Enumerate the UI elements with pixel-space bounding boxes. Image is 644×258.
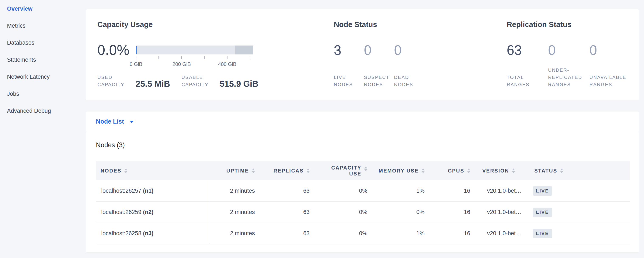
capacity-usage-section: Capacity Usage 0.0% 0 GiB 200 GiB 400 Gi… bbox=[98, 21, 153, 28]
nodes-cell: localhost:26259 (n2) bbox=[96, 202, 210, 223]
capacity-use-cell: 0% bbox=[317, 180, 375, 202]
node-id: (n2) bbox=[143, 209, 154, 215]
version-cell: v20.1.0-bet… bbox=[478, 223, 530, 244]
node-status-values: 300 bbox=[334, 43, 424, 57]
sidebar-item-databases[interactable]: Databases bbox=[7, 34, 79, 51]
sidebar-item-metrics[interactable]: Metrics bbox=[7, 17, 79, 34]
section-title: Node Status bbox=[334, 21, 377, 28]
axis-tick bbox=[250, 56, 250, 59]
node-address[interactable]: localhost:26257 bbox=[101, 188, 141, 194]
replication-labels: TOTAL RANGESUNDER- REPLICATED RANGESUNAV… bbox=[507, 64, 631, 88]
sidebar-item-jobs[interactable]: Jobs bbox=[7, 85, 79, 102]
node-status-section: Node Status 300 LIVE NODESSUSPECT NODESD… bbox=[334, 21, 377, 28]
column-header[interactable]: STATUS bbox=[530, 161, 630, 180]
table-row[interactable]: localhost:26258 (n3) 2 minutes 63 0% 1% … bbox=[96, 223, 630, 244]
cpus-cell: 16 bbox=[432, 223, 478, 244]
capacity-stats: USED CAPACITY 25.5 MiB USABLE CAPACITY 5… bbox=[98, 64, 258, 88]
uptime-cell: 2 minutes bbox=[210, 180, 262, 202]
stat-label: SUSPECT NODES bbox=[364, 74, 394, 88]
stat-label: UNDER- REPLICATED RANGES bbox=[548, 67, 590, 88]
sidebar-item-statements[interactable]: Statements bbox=[7, 51, 79, 68]
axis-tick bbox=[182, 56, 182, 59]
sidebar-item-label: Statements bbox=[7, 57, 36, 63]
stat-value: 0 bbox=[590, 43, 631, 57]
sidebar-item-advanced-debug[interactable]: Advanced Debug bbox=[7, 102, 79, 119]
usable-capacity-value: 515.9 GiB bbox=[220, 79, 258, 88]
usable-capacity-label: USABLE CAPACITY bbox=[182, 74, 214, 88]
nodes-table: NODES UPTIME REPLICAS CAPACITY USE MEMOR… bbox=[96, 161, 630, 244]
capacity-bar-usable bbox=[136, 46, 235, 54]
status-cell: LIVE bbox=[530, 180, 630, 202]
replicas-cell: 63 bbox=[262, 202, 317, 223]
node-id: (n3) bbox=[143, 230, 154, 236]
sort-icon bbox=[364, 167, 367, 171]
nodes-cell: localhost:26258 (n3) bbox=[96, 223, 210, 244]
stat-label: TOTAL RANGES bbox=[507, 74, 548, 88]
status-cell: LIVE bbox=[530, 223, 630, 244]
stat-value: 63 bbox=[507, 43, 548, 57]
used-capacity-value: 25.5 MiB bbox=[136, 79, 170, 88]
node-list-dropdown[interactable]: Node List bbox=[86, 111, 639, 132]
status-cell: LIVE bbox=[530, 202, 630, 223]
stat-value: 3 bbox=[334, 43, 364, 57]
node-list-dropdown-label: Node List bbox=[96, 118, 124, 125]
sort-icon bbox=[512, 169, 515, 173]
table-header-row: NODES UPTIME REPLICAS CAPACITY USE MEMOR… bbox=[96, 161, 630, 180]
axis-tick bbox=[158, 56, 159, 59]
capacity-bar-chart: 0 GiB 200 GiB 400 GiB bbox=[136, 46, 253, 54]
sidebar-item-label: Jobs bbox=[7, 91, 19, 97]
stat-value: 0 bbox=[364, 43, 394, 57]
version-cell: v20.1.0-bet… bbox=[478, 202, 530, 223]
column-header[interactable]: UPTIME bbox=[210, 161, 262, 180]
stat-label: UNAVAILABLE RANGES bbox=[590, 74, 631, 88]
sort-icon bbox=[467, 169, 470, 173]
node-address[interactable]: localhost:26259 bbox=[101, 209, 141, 215]
capacity-bar-other bbox=[235, 46, 253, 54]
node-list-card: Node List Nodes (3) NODES UPTIME REPLICA… bbox=[86, 111, 639, 253]
section-title: Replication Status bbox=[507, 21, 572, 28]
stat-value: 0 bbox=[548, 43, 590, 57]
sidebar-item-label: Advanced Debug bbox=[7, 108, 51, 114]
memory-use-cell: 0% bbox=[375, 202, 432, 223]
replication-status-section: Replication Status 6300 TOTAL RANGESUNDE… bbox=[507, 21, 572, 28]
sidebar-item-label: Databases bbox=[7, 40, 34, 46]
nodes-table-wrap: NODES UPTIME REPLICAS CAPACITY USE MEMOR… bbox=[96, 161, 630, 244]
sidebar-item-label: Network Latency bbox=[7, 74, 50, 80]
sort-icon bbox=[422, 169, 424, 173]
column-header[interactable]: NODES bbox=[96, 161, 210, 180]
column-header[interactable]: CAPACITY USE bbox=[317, 161, 375, 180]
stat-label: LIVE NODES bbox=[334, 74, 364, 88]
sidebar-item-overview[interactable]: Overview bbox=[7, 0, 79, 17]
status-badge: LIVE bbox=[533, 229, 552, 238]
column-header[interactable]: REPLICAS bbox=[262, 161, 317, 180]
sidebar-item-network-latency[interactable]: Network Latency bbox=[7, 68, 79, 85]
section-title: Capacity Usage bbox=[98, 21, 153, 28]
table-row[interactable]: localhost:26259 (n2) 2 minutes 63 0% 0% … bbox=[96, 202, 630, 223]
memory-use-cell: 1% bbox=[375, 180, 432, 202]
version-cell: v20.1.0-bet… bbox=[478, 180, 530, 202]
column-header[interactable]: CPUS bbox=[432, 161, 478, 180]
capacity-percent: 0.0% bbox=[98, 43, 129, 57]
uptime-cell: 2 minutes bbox=[210, 202, 262, 223]
replicas-cell: 63 bbox=[262, 180, 317, 202]
status-badge: LIVE bbox=[533, 186, 552, 196]
sidebar-item-label: Metrics bbox=[7, 23, 26, 29]
status-badge: LIVE bbox=[533, 208, 552, 217]
table-row[interactable]: localhost:26257 (n1) 2 minutes 63 0% 1% … bbox=[96, 180, 630, 202]
axis-tick bbox=[136, 56, 136, 59]
column-header[interactable]: VERSION bbox=[478, 161, 530, 180]
chevron-down-icon bbox=[130, 121, 134, 123]
column-header[interactable]: MEMORY USE bbox=[375, 161, 432, 180]
uptime-cell: 2 minutes bbox=[210, 223, 262, 244]
nodes-heading: Nodes (3) bbox=[96, 141, 125, 149]
sort-icon bbox=[560, 169, 563, 173]
sidebar-item-label: Overview bbox=[7, 6, 32, 12]
replicas-cell: 63 bbox=[262, 223, 317, 244]
sort-icon bbox=[252, 169, 255, 173]
used-capacity-label: USED CAPACITY bbox=[98, 74, 130, 88]
stat-value: 0 bbox=[394, 43, 424, 57]
axis-tick bbox=[204, 56, 204, 59]
sort-icon bbox=[124, 169, 127, 173]
axis-tick bbox=[227, 56, 228, 59]
node-address[interactable]: localhost:26258 bbox=[101, 230, 141, 236]
